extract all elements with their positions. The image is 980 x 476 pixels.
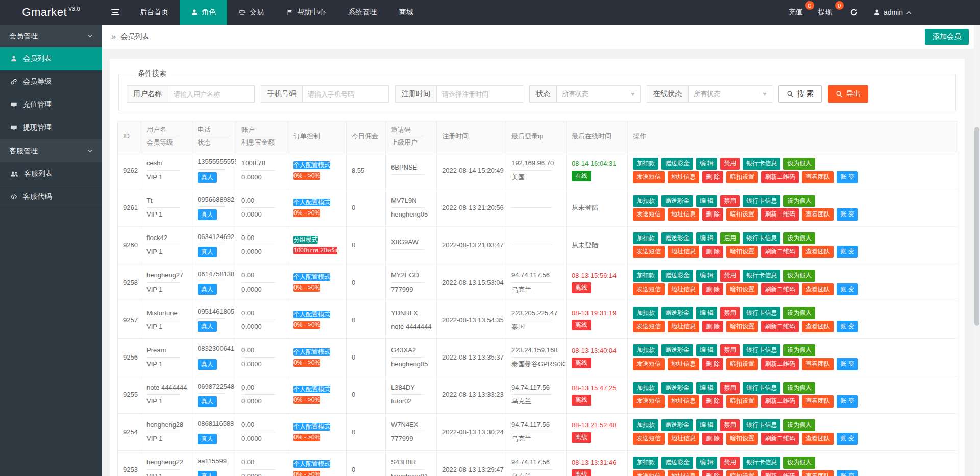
action-edit-button[interactable]: 编 辑 xyxy=(696,270,717,282)
action-gift-bonus-button[interactable]: 赠送彩金 xyxy=(662,344,693,356)
action-edit-button[interactable]: 编 辑 xyxy=(696,419,717,432)
action-hidden-deduct-button[interactable]: 暗扣设置 xyxy=(726,208,758,221)
action-edit-button[interactable]: 编 辑 xyxy=(696,158,717,170)
action-set-fake-button[interactable]: 设为假人 xyxy=(783,419,815,432)
action-toggle-status-button[interactable]: 启用 xyxy=(720,232,740,245)
action-account-change-button[interactable]: 账 变 xyxy=(837,246,857,258)
action-gift-bonus-button[interactable]: 赠送彩金 xyxy=(662,307,693,319)
sidebar-item-member-level[interactable]: 会员等级 xyxy=(0,70,102,93)
action-account-change-button[interactable]: 账 变 xyxy=(837,433,857,445)
action-add-deduct-button[interactable]: 加扣款 xyxy=(633,382,658,394)
action-delete-button[interactable]: 删 除 xyxy=(702,470,723,476)
sidebar-item-member-list[interactable]: 会员列表 xyxy=(0,47,102,70)
action-address-info-button[interactable]: 地址信息 xyxy=(668,246,699,258)
withdraw-menu[interactable]: 提现 0 xyxy=(812,0,842,25)
vertical-scrollbar[interactable] xyxy=(974,25,980,476)
action-delete-button[interactable]: 删 除 xyxy=(702,358,723,370)
action-send-sms-button[interactable]: 发送短信 xyxy=(633,171,665,183)
action-view-team-button[interactable]: 查看团队 xyxy=(802,470,834,476)
action-address-info-button[interactable]: 地址信息 xyxy=(668,358,699,370)
recharge-menu[interactable]: 充值 0 xyxy=(782,0,812,25)
action-edit-button[interactable]: 编 辑 xyxy=(696,457,717,469)
action-toggle-status-button[interactable]: 禁用 xyxy=(720,195,740,207)
action-view-team-button[interactable]: 查看团队 xyxy=(802,171,834,183)
action-send-sms-button[interactable]: 发送短信 xyxy=(633,283,665,296)
action-account-change-button[interactable]: 账 变 xyxy=(837,358,857,370)
sidebar-item-recharge-mgmt[interactable]: 充值管理 xyxy=(0,93,102,116)
action-add-deduct-button[interactable]: 加扣款 xyxy=(633,457,658,469)
action-send-sms-button[interactable]: 发送短信 xyxy=(633,358,665,370)
action-bank-card-button[interactable]: 银行卡信息 xyxy=(743,195,780,207)
action-gift-bonus-button[interactable]: 赠送彩金 xyxy=(662,195,693,207)
action-add-deduct-button[interactable]: 加扣款 xyxy=(633,232,658,245)
action-account-change-button[interactable]: 账 变 xyxy=(837,470,857,476)
refresh-button[interactable] xyxy=(842,0,866,25)
action-set-fake-button[interactable]: 设为假人 xyxy=(783,382,815,394)
search-button[interactable]: 搜 索 xyxy=(778,85,822,103)
action-refresh-qrcode-button[interactable]: 刷新二维码 xyxy=(761,470,799,476)
action-delete-button[interactable]: 删 除 xyxy=(702,395,723,408)
action-view-team-button[interactable]: 查看团队 xyxy=(802,358,834,370)
export-button[interactable]: 导出 xyxy=(828,85,868,103)
action-view-team-button[interactable]: 查看团队 xyxy=(802,208,834,221)
action-send-sms-button[interactable]: 发送短信 xyxy=(633,470,665,476)
action-edit-button[interactable]: 编 辑 xyxy=(696,232,717,245)
sidebar-group-0[interactable]: 会员管理 xyxy=(0,25,102,47)
action-edit-button[interactable]: 编 辑 xyxy=(696,307,717,319)
action-toggle-status-button[interactable]: 禁用 xyxy=(720,419,740,432)
scrollbar-thumb[interactable] xyxy=(974,127,979,326)
action-address-info-button[interactable]: 地址信息 xyxy=(668,470,699,476)
action-address-info-button[interactable]: 地址信息 xyxy=(668,171,699,183)
action-refresh-qrcode-button[interactable]: 刷新二维码 xyxy=(761,208,799,221)
action-view-team-button[interactable]: 查看团队 xyxy=(802,395,834,408)
action-refresh-qrcode-button[interactable]: 刷新二维码 xyxy=(761,283,799,296)
action-toggle-status-button[interactable]: 禁用 xyxy=(720,344,740,356)
action-hidden-deduct-button[interactable]: 暗扣设置 xyxy=(726,395,758,408)
action-account-change-button[interactable]: 账 变 xyxy=(837,171,857,183)
action-delete-button[interactable]: 删 除 xyxy=(702,283,723,296)
action-send-sms-button[interactable]: 发送短信 xyxy=(633,208,665,221)
action-address-info-button[interactable]: 地址信息 xyxy=(668,208,699,221)
nav-item-roles[interactable]: 角色 xyxy=(180,0,227,25)
action-send-sms-button[interactable]: 发送短信 xyxy=(633,246,665,258)
action-hidden-deduct-button[interactable]: 暗扣设置 xyxy=(726,171,758,183)
action-account-change-button[interactable]: 账 变 xyxy=(837,321,857,333)
filter-input-username[interactable] xyxy=(168,85,255,103)
action-address-info-button[interactable]: 地址信息 xyxy=(668,321,699,333)
action-toggle-status-button[interactable]: 禁用 xyxy=(720,307,740,319)
action-gift-bonus-button[interactable]: 赠送彩金 xyxy=(662,232,693,245)
action-set-fake-button[interactable]: 设为假人 xyxy=(783,457,815,469)
action-add-deduct-button[interactable]: 加扣款 xyxy=(633,307,658,319)
menu-toggle-icon[interactable] xyxy=(102,0,129,25)
action-add-deduct-button[interactable]: 加扣款 xyxy=(633,158,658,170)
action-edit-button[interactable]: 编 辑 xyxy=(696,195,717,207)
action-gift-bonus-button[interactable]: 赠送彩金 xyxy=(662,457,693,469)
sidebar-item-service-code[interactable]: 客服代码 xyxy=(0,185,102,208)
action-delete-button[interactable]: 删 除 xyxy=(702,208,723,221)
action-refresh-qrcode-button[interactable]: 刷新二维码 xyxy=(761,321,799,333)
action-add-deduct-button[interactable]: 加扣款 xyxy=(633,344,658,356)
action-set-fake-button[interactable]: 设为假人 xyxy=(783,307,815,319)
action-view-team-button[interactable]: 查看团队 xyxy=(802,283,834,296)
action-add-deduct-button[interactable]: 加扣款 xyxy=(633,270,658,282)
action-toggle-status-button[interactable]: 禁用 xyxy=(720,382,740,394)
add-member-button[interactable]: 添加会员 xyxy=(925,29,969,45)
action-hidden-deduct-button[interactable]: 暗扣设置 xyxy=(726,358,758,370)
action-add-deduct-button[interactable]: 加扣款 xyxy=(633,419,658,432)
action-set-fake-button[interactable]: 设为假人 xyxy=(783,158,815,170)
action-delete-button[interactable]: 删 除 xyxy=(702,171,723,183)
action-bank-card-button[interactable]: 银行卡信息 xyxy=(743,457,780,469)
filter-input-phone[interactable] xyxy=(302,85,389,103)
action-hidden-deduct-button[interactable]: 暗扣设置 xyxy=(726,283,758,296)
action-bank-card-button[interactable]: 银行卡信息 xyxy=(743,382,780,394)
action-account-change-button[interactable]: 账 变 xyxy=(837,395,857,408)
action-refresh-qrcode-button[interactable]: 刷新二维码 xyxy=(761,171,799,183)
action-account-change-button[interactable]: 账 变 xyxy=(837,283,857,296)
action-bank-card-button[interactable]: 银行卡信息 xyxy=(743,307,780,319)
action-address-info-button[interactable]: 地址信息 xyxy=(668,395,699,408)
filter-select-status[interactable]: 所有状态 xyxy=(556,85,641,103)
action-gift-bonus-button[interactable]: 赠送彩金 xyxy=(662,419,693,432)
action-account-change-button[interactable]: 账 变 xyxy=(837,208,857,221)
action-view-team-button[interactable]: 查看团队 xyxy=(802,433,834,445)
nav-item-trade[interactable]: 交易 xyxy=(227,0,275,25)
